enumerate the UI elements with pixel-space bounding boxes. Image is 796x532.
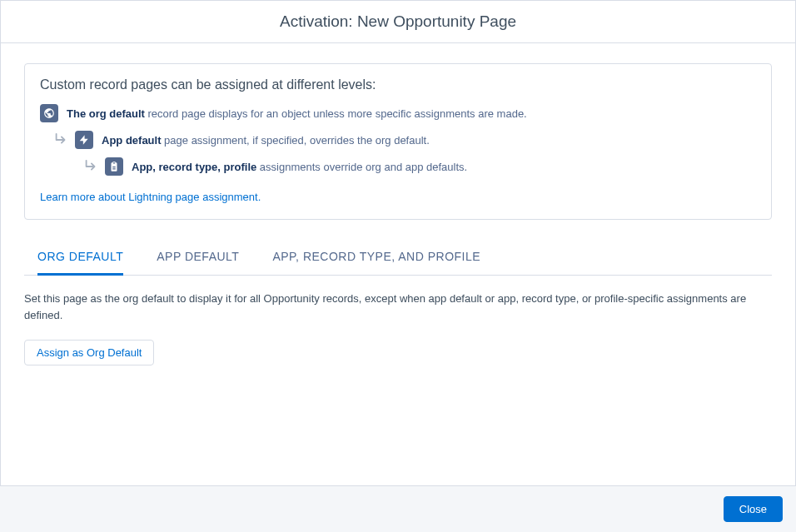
tab-org-default[interactable]: ORG DEFAULT xyxy=(37,240,123,276)
modal-title: Activation: New Opportunity Page xyxy=(17,12,779,31)
lightning-icon xyxy=(75,131,93,149)
level-org-default: The org default record page displays for… xyxy=(40,104,756,122)
tabs: ORG DEFAULT APP DEFAULT APP, RECORD TYPE… xyxy=(24,240,772,276)
level-rest: assignments override org and app default… xyxy=(256,161,467,173)
level-app-record-profile: App, record type, profile assignments ov… xyxy=(83,157,756,176)
tab-description: Set this page as the org default to disp… xyxy=(24,291,772,323)
tab-app-record-type-profile[interactable]: APP, RECORD TYPE, AND PROFILE xyxy=(272,240,480,276)
modal-footer: Close xyxy=(0,485,796,532)
globe-icon xyxy=(40,104,58,122)
info-heading: Custom record pages can be assigned at d… xyxy=(40,77,756,92)
assign-org-default-button[interactable]: Assign as Org Default xyxy=(24,340,154,365)
close-button[interactable]: Close xyxy=(724,496,783,522)
tab-app-default[interactable]: APP DEFAULT xyxy=(157,240,239,276)
modal-body: Custom record pages can be assigned at d… xyxy=(1,43,795,385)
level-bold: App, record type, profile xyxy=(132,161,256,173)
level-bold: App default xyxy=(102,134,162,147)
clipboard-icon xyxy=(105,157,123,176)
level-bold: The org default xyxy=(67,107,145,120)
sub-arrow-icon xyxy=(53,132,68,147)
level-rest: page assignment, if specified, overrides… xyxy=(162,134,430,147)
modal-header: Activation: New Opportunity Page xyxy=(1,1,795,43)
learn-more-link[interactable]: Learn more about Lightning page assignme… xyxy=(40,191,261,203)
info-box: Custom record pages can be assigned at d… xyxy=(24,63,772,220)
tab-content: Set this page as the org default to disp… xyxy=(24,276,772,365)
sub-arrow-icon xyxy=(83,159,98,174)
level-app-default: App default page assignment, if specifie… xyxy=(53,131,756,149)
level-rest: record page displays for an object unles… xyxy=(145,107,527,120)
